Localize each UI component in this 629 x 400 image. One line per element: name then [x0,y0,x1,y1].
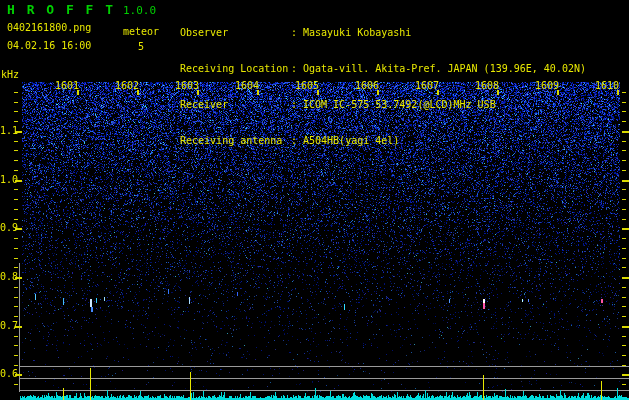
info-value: A504HB(yagi 4el) [303,135,399,147]
info-row-location: Receiving Location:Ogata-vill. Akita-Pre… [180,63,586,75]
freq-tick-label: 0.9 [0,222,14,233]
time-tick-label: 1601 [54,80,79,91]
info-row-observer: Observer:Masayuki Kobayashi [180,27,586,39]
info-colon: : [291,63,303,75]
observation-timestamp: 04.02.16 16:00 [7,40,91,51]
time-tick-label: 1605 [294,80,319,91]
info-value: ICOM IC-575 53.7492(@LCD)MHz USB [303,99,496,111]
time-tick-label: 1608 [474,80,499,91]
time-tick-label: 1606 [354,80,379,91]
output-filename: 0402161800.png [7,22,91,33]
info-value: Ogata-vill. Akita-Pref. JAPAN (139.96E, … [303,63,586,75]
freq-tick-label: 0.8 [0,271,14,282]
freq-tick-label: 1.1 [0,125,14,136]
app-version: 1.0.0 [123,4,156,17]
freq-tick-label: 0.6 [0,368,14,379]
time-tick-label: 1602 [114,80,139,91]
info-row-antenna: Receiving antenna:A504HB(yagi 4el) [180,135,586,147]
info-label: Receiving antenna [180,135,291,147]
app-title: H R O F F T [7,2,115,17]
y-axis-unit: kHz [1,69,19,80]
info-colon: : [291,99,303,111]
time-tick-label: 1607 [414,80,439,91]
info-colon: : [291,135,303,147]
info-label: Receiving Location [180,63,291,75]
info-row-receiver: Receiver:ICOM IC-575 53.7492(@LCD)MHz US… [180,99,586,111]
freq-tick-label: 0.7 [0,320,14,331]
time-tick-label: 1609 [534,80,559,91]
info-label: Observer [180,27,291,39]
info-label: Receiver [180,99,291,111]
info-colon: : [291,27,303,39]
time-tick-label: 1603 [174,80,199,91]
time-tick-label: 1610 [594,80,619,91]
meteor-count: 5 [138,41,144,52]
time-tick-label: 1604 [234,80,259,91]
mode-label: meteor [123,26,159,37]
freq-tick-label: 1.0 [0,174,14,185]
info-value: Masayuki Kobayashi [303,27,411,39]
hrofft-window: H R O F F T 1.0.0 0402161800.png meteor … [0,0,629,400]
